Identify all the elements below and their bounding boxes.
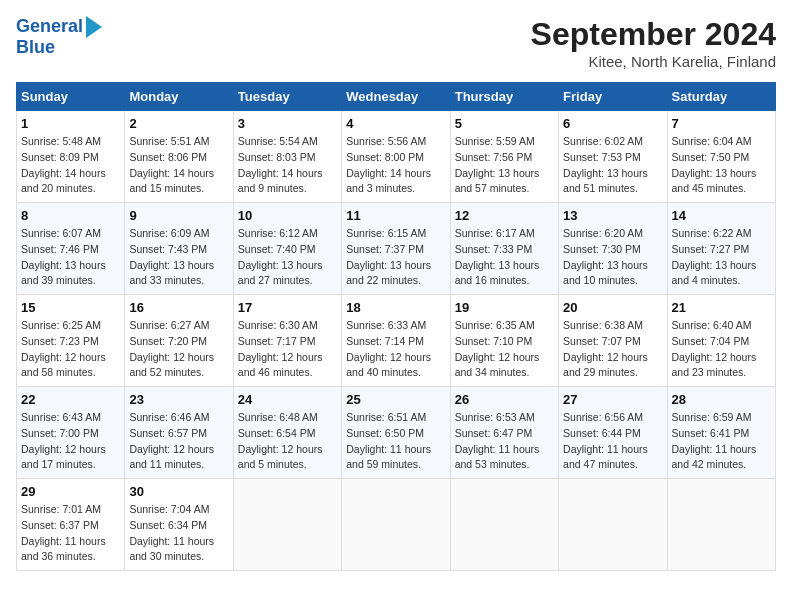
title-block: September 2024 Kitee, North Karelia, Fin… [531, 16, 776, 70]
day-info: Sunrise: 6:07 AMSunset: 7:46 PMDaylight:… [21, 226, 120, 289]
day-info: Sunrise: 6:35 AMSunset: 7:10 PMDaylight:… [455, 318, 554, 381]
day-number: 24 [238, 392, 337, 407]
calendar-cell: 25Sunrise: 6:51 AMSunset: 6:50 PMDayligh… [342, 387, 450, 479]
day-info: Sunrise: 5:51 AMSunset: 8:06 PMDaylight:… [129, 134, 228, 197]
calendar-cell: 1Sunrise: 5:48 AMSunset: 8:09 PMDaylight… [17, 111, 125, 203]
day-number: 26 [455, 392, 554, 407]
calendar-cell [559, 479, 667, 571]
calendar-cell: 10Sunrise: 6:12 AMSunset: 7:40 PMDayligh… [233, 203, 341, 295]
calendar-cell: 30Sunrise: 7:04 AMSunset: 6:34 PMDayligh… [125, 479, 233, 571]
day-info: Sunrise: 7:01 AMSunset: 6:37 PMDaylight:… [21, 502, 120, 565]
calendar-cell: 18Sunrise: 6:33 AMSunset: 7:14 PMDayligh… [342, 295, 450, 387]
day-number: 21 [672, 300, 771, 315]
day-info: Sunrise: 6:02 AMSunset: 7:53 PMDaylight:… [563, 134, 662, 197]
calendar-cell: 7Sunrise: 6:04 AMSunset: 7:50 PMDaylight… [667, 111, 775, 203]
day-number: 1 [21, 116, 120, 131]
day-number: 6 [563, 116, 662, 131]
day-info: Sunrise: 6:53 AMSunset: 6:47 PMDaylight:… [455, 410, 554, 473]
col-header-friday: Friday [559, 83, 667, 111]
day-info: Sunrise: 6:27 AMSunset: 7:20 PMDaylight:… [129, 318, 228, 381]
calendar-cell: 11Sunrise: 6:15 AMSunset: 7:37 PMDayligh… [342, 203, 450, 295]
calendar-cell [342, 479, 450, 571]
calendar-cell: 9Sunrise: 6:09 AMSunset: 7:43 PMDaylight… [125, 203, 233, 295]
day-info: Sunrise: 6:30 AMSunset: 7:17 PMDaylight:… [238, 318, 337, 381]
calendar-cell: 22Sunrise: 6:43 AMSunset: 7:00 PMDayligh… [17, 387, 125, 479]
calendar-cell: 23Sunrise: 6:46 AMSunset: 6:57 PMDayligh… [125, 387, 233, 479]
page-title: September 2024 [531, 16, 776, 53]
col-header-monday: Monday [125, 83, 233, 111]
calendar-cell: 14Sunrise: 6:22 AMSunset: 7:27 PMDayligh… [667, 203, 775, 295]
day-number: 3 [238, 116, 337, 131]
calendar-cell [233, 479, 341, 571]
day-number: 8 [21, 208, 120, 223]
day-info: Sunrise: 6:48 AMSunset: 6:54 PMDaylight:… [238, 410, 337, 473]
day-number: 4 [346, 116, 445, 131]
calendar-week-row: 22Sunrise: 6:43 AMSunset: 7:00 PMDayligh… [17, 387, 776, 479]
calendar-cell: 28Sunrise: 6:59 AMSunset: 6:41 PMDayligh… [667, 387, 775, 479]
day-number: 28 [672, 392, 771, 407]
calendar-cell: 26Sunrise: 6:53 AMSunset: 6:47 PMDayligh… [450, 387, 558, 479]
day-info: Sunrise: 6:43 AMSunset: 7:00 PMDaylight:… [21, 410, 120, 473]
day-info: Sunrise: 5:56 AMSunset: 8:00 PMDaylight:… [346, 134, 445, 197]
day-number: 23 [129, 392, 228, 407]
day-info: Sunrise: 6:56 AMSunset: 6:44 PMDaylight:… [563, 410, 662, 473]
calendar-week-row: 29Sunrise: 7:01 AMSunset: 6:37 PMDayligh… [17, 479, 776, 571]
calendar-cell: 3Sunrise: 5:54 AMSunset: 8:03 PMDaylight… [233, 111, 341, 203]
day-number: 10 [238, 208, 337, 223]
calendar-cell: 6Sunrise: 6:02 AMSunset: 7:53 PMDaylight… [559, 111, 667, 203]
page-subtitle: Kitee, North Karelia, Finland [531, 53, 776, 70]
day-info: Sunrise: 6:25 AMSunset: 7:23 PMDaylight:… [21, 318, 120, 381]
day-number: 19 [455, 300, 554, 315]
day-info: Sunrise: 5:54 AMSunset: 8:03 PMDaylight:… [238, 134, 337, 197]
col-header-thursday: Thursday [450, 83, 558, 111]
logo-arrow-icon [86, 16, 102, 38]
calendar-cell: 4Sunrise: 5:56 AMSunset: 8:00 PMDaylight… [342, 111, 450, 203]
day-number: 15 [21, 300, 120, 315]
day-number: 27 [563, 392, 662, 407]
page-header: General Blue September 2024 Kitee, North… [16, 16, 776, 70]
calendar-header-row: SundayMondayTuesdayWednesdayThursdayFrid… [17, 83, 776, 111]
day-number: 30 [129, 484, 228, 499]
calendar-cell: 8Sunrise: 6:07 AMSunset: 7:46 PMDaylight… [17, 203, 125, 295]
day-info: Sunrise: 6:15 AMSunset: 7:37 PMDaylight:… [346, 226, 445, 289]
calendar-cell: 24Sunrise: 6:48 AMSunset: 6:54 PMDayligh… [233, 387, 341, 479]
calendar-table: SundayMondayTuesdayWednesdayThursdayFrid… [16, 82, 776, 571]
day-info: Sunrise: 6:09 AMSunset: 7:43 PMDaylight:… [129, 226, 228, 289]
calendar-cell [450, 479, 558, 571]
day-info: Sunrise: 6:51 AMSunset: 6:50 PMDaylight:… [346, 410, 445, 473]
day-info: Sunrise: 5:59 AMSunset: 7:56 PMDaylight:… [455, 134, 554, 197]
day-info: Sunrise: 7:04 AMSunset: 6:34 PMDaylight:… [129, 502, 228, 565]
day-info: Sunrise: 6:17 AMSunset: 7:33 PMDaylight:… [455, 226, 554, 289]
calendar-cell: 20Sunrise: 6:38 AMSunset: 7:07 PMDayligh… [559, 295, 667, 387]
day-number: 13 [563, 208, 662, 223]
col-header-tuesday: Tuesday [233, 83, 341, 111]
day-number: 20 [563, 300, 662, 315]
day-number: 29 [21, 484, 120, 499]
day-number: 14 [672, 208, 771, 223]
day-info: Sunrise: 5:48 AMSunset: 8:09 PMDaylight:… [21, 134, 120, 197]
calendar-cell: 29Sunrise: 7:01 AMSunset: 6:37 PMDayligh… [17, 479, 125, 571]
day-number: 12 [455, 208, 554, 223]
day-info: Sunrise: 6:20 AMSunset: 7:30 PMDaylight:… [563, 226, 662, 289]
calendar-cell: 21Sunrise: 6:40 AMSunset: 7:04 PMDayligh… [667, 295, 775, 387]
day-number: 16 [129, 300, 228, 315]
logo-text-block: General Blue [16, 16, 102, 58]
calendar-cell [667, 479, 775, 571]
day-number: 25 [346, 392, 445, 407]
col-header-saturday: Saturday [667, 83, 775, 111]
day-number: 18 [346, 300, 445, 315]
day-number: 11 [346, 208, 445, 223]
day-info: Sunrise: 6:12 AMSunset: 7:40 PMDaylight:… [238, 226, 337, 289]
logo-blue: Blue [16, 38, 102, 58]
calendar-cell: 27Sunrise: 6:56 AMSunset: 6:44 PMDayligh… [559, 387, 667, 479]
logo: General Blue [16, 16, 102, 58]
calendar-cell: 2Sunrise: 5:51 AMSunset: 8:06 PMDaylight… [125, 111, 233, 203]
calendar-cell: 17Sunrise: 6:30 AMSunset: 7:17 PMDayligh… [233, 295, 341, 387]
day-info: Sunrise: 6:59 AMSunset: 6:41 PMDaylight:… [672, 410, 771, 473]
day-number: 9 [129, 208, 228, 223]
calendar-week-row: 15Sunrise: 6:25 AMSunset: 7:23 PMDayligh… [17, 295, 776, 387]
day-number: 22 [21, 392, 120, 407]
day-number: 5 [455, 116, 554, 131]
day-number: 7 [672, 116, 771, 131]
day-info: Sunrise: 6:38 AMSunset: 7:07 PMDaylight:… [563, 318, 662, 381]
